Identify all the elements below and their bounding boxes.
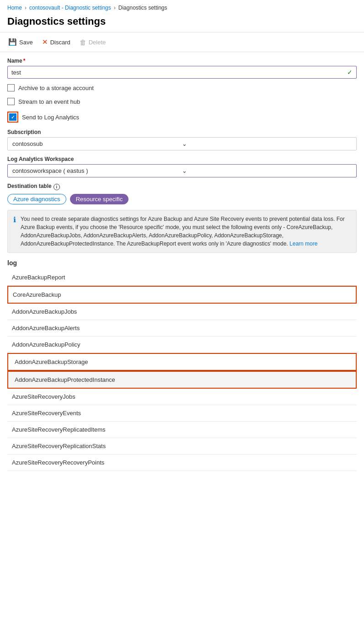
log-item-label: AddonAzureBackupStorage: [15, 358, 88, 365]
log-item-label: AddonAzureBackupProtectedInstance: [15, 376, 115, 383]
log-item-label: AzureSiteRecoveryRecoveryPoints: [12, 459, 104, 466]
breadcrumb-home[interactable]: Home: [7, 5, 22, 11]
log-item-label: AzureSiteRecoveryReplicationStats: [12, 443, 106, 449]
name-required: *: [23, 58, 26, 64]
destination-section: Destination table i Azure diagnostics Re…: [7, 183, 357, 204]
log-items-list: AzureBackupReportCoreAzureBackupAddonAzu…: [7, 269, 357, 471]
save-button[interactable]: 💾 Save: [7, 36, 34, 48]
toolbar: 💾 Save ✕ Discard 🗑 Delete: [0, 32, 364, 52]
delete-label: Delete: [89, 39, 106, 46]
log-item-label: AddonAzureBackupJobs: [12, 308, 77, 315]
delete-button[interactable]: 🗑 Delete: [79, 37, 107, 48]
log-item-label: AzureBackupReport: [12, 274, 65, 281]
subscription-value: contososub: [12, 140, 182, 147]
log-item: AddonAzureBackupJobs: [7, 304, 357, 320]
subscription-label: Subscription: [7, 129, 357, 135]
log-item: AddonAzureBackupStorage: [7, 353, 357, 371]
save-label: Save: [19, 39, 33, 46]
workspace-value: contosoworkspace ( eastus ): [12, 167, 182, 174]
dest-resource-specific-btn[interactable]: Resource specific: [70, 194, 129, 204]
name-input[interactable]: [11, 69, 347, 76]
send-label: Send to Log Analytics: [22, 114, 79, 121]
log-item-label: AddonAzureBackupPolicy: [12, 341, 80, 348]
send-checkbox[interactable]: [9, 113, 16, 121]
workspace-section: Log Analytics Workspace contosoworkspace…: [7, 156, 357, 177]
stream-checkbox[interactable]: [7, 98, 15, 105]
log-item-label: AzureSiteRecoveryReplicatedItems: [12, 426, 105, 433]
page-title: Diagnostics settings: [0, 14, 364, 32]
save-icon: 💾: [8, 38, 17, 46]
destination-info-icon[interactable]: i: [54, 184, 60, 190]
discard-label: Discard: [50, 39, 70, 46]
breadcrumb-sep2: ›: [114, 5, 116, 11]
destination-buttons: Azure diagnostics Resource specific: [7, 194, 357, 204]
name-valid-icon: ✓: [347, 69, 353, 76]
log-section-label: log: [7, 259, 357, 267]
log-item: AzureSiteRecoveryEvents: [7, 405, 357, 422]
workspace-label: Log Analytics Workspace: [7, 156, 357, 162]
destination-label: Destination table: [7, 183, 52, 189]
log-item: AzureBackupReport: [7, 269, 357, 286]
info-text: You need to create separate diagnostics …: [21, 215, 351, 248]
breadcrumb-sep1: ›: [25, 5, 27, 11]
form-content: Name* ✓ Archive to a storage account Str…: [0, 58, 364, 471]
name-label: Name*: [7, 58, 357, 64]
subscription-arrow-icon: ⌄: [182, 140, 352, 147]
stream-label: Stream to an event hub: [18, 98, 80, 105]
log-item-label: AzureSiteRecoveryEvents: [12, 410, 81, 417]
info-icon: ℹ: [13, 215, 16, 248]
archive-label: Archive to a storage account: [18, 85, 94, 91]
workspace-dropdown[interactable]: contosoworkspace ( eastus ) ⌄: [7, 164, 357, 177]
log-item: AzureSiteRecoveryJobs: [7, 389, 357, 405]
delete-icon: 🗑: [80, 38, 86, 46]
log-item: AddonAzureBackupPolicy: [7, 337, 357, 353]
archive-checkbox-row: Archive to a storage account: [7, 84, 357, 91]
send-checkbox-row: Send to Log Analytics: [7, 112, 357, 123]
subscription-dropdown[interactable]: contososub ⌄: [7, 137, 357, 150]
breadcrumb: Home › contosovault - Diagnostic setting…: [0, 0, 364, 14]
log-item: CoreAzureBackup: [7, 286, 357, 304]
log-section: log AzureBackupReportCoreAzureBackupAddo…: [7, 259, 357, 471]
dest-azure-diagnostics-btn[interactable]: Azure diagnostics: [7, 194, 66, 204]
log-item-label: AddonAzureBackupAlerts: [12, 325, 80, 332]
workspace-arrow-icon: ⌄: [182, 167, 352, 174]
name-input-wrap: ✓: [7, 66, 357, 79]
discard-button[interactable]: ✕ Discard: [41, 36, 71, 48]
info-box: ℹ You need to create separate diagnostic…: [7, 210, 357, 253]
stream-checkbox-row: Stream to an event hub: [7, 98, 357, 105]
log-item-label: AzureSiteRecoveryJobs: [12, 393, 75, 400]
archive-checkbox[interactable]: [7, 84, 15, 91]
breadcrumb-current: Diagnostics settings: [118, 5, 167, 11]
breadcrumb-vault[interactable]: contosovault - Diagnostic settings: [29, 5, 111, 11]
subscription-section: Subscription contososub ⌄: [7, 129, 357, 150]
send-checkbox-border: [7, 112, 18, 123]
name-field: Name* ✓: [7, 58, 357, 79]
log-item: AddonAzureBackupProtectedInstance: [7, 371, 357, 389]
log-item-label: CoreAzureBackup: [13, 291, 61, 298]
learn-more-link[interactable]: Learn more: [289, 241, 317, 247]
discard-icon: ✕: [42, 38, 48, 46]
log-item: AzureSiteRecoveryRecoveryPoints: [7, 455, 357, 471]
log-item: AddonAzureBackupAlerts: [7, 320, 357, 337]
log-item: AzureSiteRecoveryReplicatedItems: [7, 422, 357, 438]
log-item: AzureSiteRecoveryReplicationStats: [7, 438, 357, 455]
